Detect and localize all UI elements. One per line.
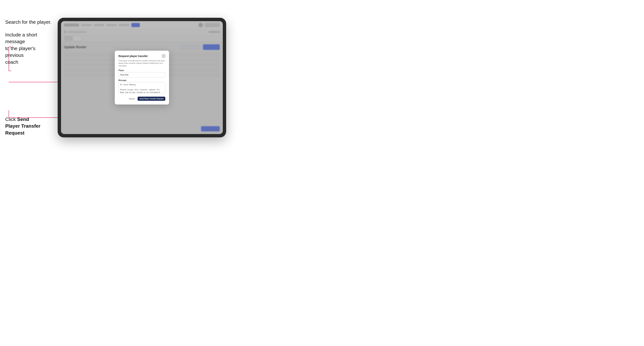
- modal-overlay: Request player transfer × If the player …: [61, 21, 223, 134]
- modal-footer: Cancel Send Player Transfer Request: [118, 97, 165, 101]
- tablet-screen: Update Roster: [61, 21, 223, 134]
- annotation-search: Search for the player.: [5, 19, 52, 25]
- modal-description: If the player is transferring from anoth…: [118, 60, 165, 67]
- tablet-device: Update Roster: [58, 18, 226, 137]
- message-label: Message: [118, 79, 165, 81]
- modal-header: Request player transfer ×: [118, 54, 165, 58]
- bracket-bottom-line: [8, 71, 11, 71]
- bracket-vertical-line: [8, 47, 9, 71]
- player-input[interactable]: [118, 72, 165, 77]
- annotation-click: Click Send Player Transfer Request: [5, 116, 43, 136]
- send-transfer-request-button[interactable]: Send Player Transfer Request: [138, 97, 165, 101]
- modal-close-button[interactable]: ×: [162, 54, 165, 58]
- annotation-message: Include a short messageto the player's p…: [5, 31, 54, 65]
- bracket-top-line: [8, 47, 11, 47]
- player-label: Player: [118, 69, 165, 71]
- modal-dialog: Request player transfer × If the player …: [115, 51, 169, 105]
- modal-title: Request player transfer: [118, 55, 148, 58]
- arrow-vertical-line-2: [8, 110, 9, 118]
- message-textarea[interactable]: Hi Coach McHarg, Please accept this tran…: [118, 82, 165, 93]
- cancel-button[interactable]: Cancel: [127, 97, 136, 101]
